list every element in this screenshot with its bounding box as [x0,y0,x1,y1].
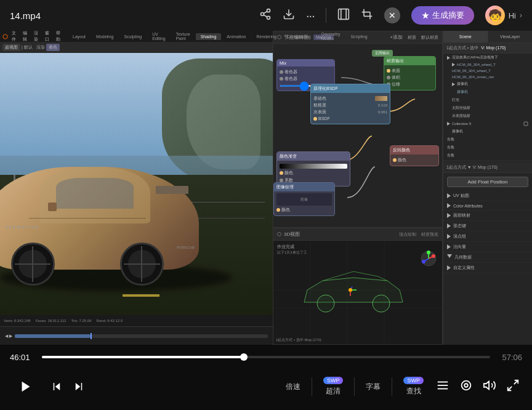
viewport-gizmo[interactable] [420,250,437,267]
status-faces: Faces: 18,011,112 [36,319,66,323]
node-material-btn[interactable]: 材质 [408,34,416,41]
svg-point-25 [432,254,435,258]
prop-custom-label: 自定义属性 [453,265,475,271]
generate-summary-button[interactable]: 生成摘要 [411,6,474,25]
image-preview[interactable]: 图像 [276,193,332,206]
skip-next-button[interactable] [68,376,90,398]
top-bar-icons: ··· ✕ 生成摘要 🧒 Hi › [259,6,522,25]
node-invert[interactable]: 反转颜色 颜色 [390,145,439,166]
prop-uv[interactable]: UV 贴图 [443,191,532,201]
scene-item-10[interactable]: 摄像机 [448,127,532,135]
tab-layout[interactable]: Layout [68,33,91,40]
prop-vertex-groups[interactable]: 顶点组 [443,231,532,242]
image-tex-title: 图像纹理 [274,183,334,191]
volume-icon[interactable] [483,379,496,395]
hd-button[interactable]: SWP 超清 [317,374,350,399]
prop-normals[interactable]: 法向量 [443,242,532,252]
prop-face-maps[interactable]: 面部映射 [443,211,532,221]
tab-shading[interactable]: Shading [196,33,222,40]
scene-item-7[interactable]: 太阳光辐射 [448,104,532,112]
node-graph[interactable]: Mix 着色器 着色器 材质输出 表面 体积 位移 [273,44,442,227]
speed-button[interactable]: 倍速 [280,379,307,395]
tab-rendering[interactable]: Rendering [251,33,281,40]
menu-file[interactable]: 文件 [9,30,19,43]
status-rend: Rend: 6:42:12.0 [97,319,123,323]
scene-item-0[interactable]: 渲染效果(CAR4s渲染视角下 [443,54,532,62]
scene-item-9[interactable]: Collection 5 [443,120,532,127]
download-icon[interactable] [283,8,295,23]
clip-icon[interactable] [337,8,350,23]
tab-scene[interactable]: Scene [443,31,488,42]
add-float-position-button[interactable]: Add Float Position [447,177,528,187]
chevron-down-icon: › [520,11,522,20]
danmu-icon[interactable] [459,379,473,395]
toolbar-shading[interactable]: 着色 [46,44,60,51]
tab-view-layer[interactable]: ViewLayer [488,31,533,42]
tab-texture[interactable]: Texture Paint [171,31,195,42]
menu-help[interactable]: 帮助 [53,30,63,43]
time-total: 57:06 [498,353,522,362]
viewport-icon: ⬡ [277,231,281,237]
tab-modeling[interactable]: Modeling [91,33,118,40]
vermotion-label: VERMOTION [6,225,39,229]
scene-item-8[interactable]: 水表面辐射 [448,112,532,120]
timeline-bar[interactable] [15,334,268,338]
collection-icon [523,121,528,126]
more-icon[interactable]: ··· [306,9,315,23]
search-button[interactable]: SWP 查找 [397,374,430,399]
tab-geo-nodes[interactable]: Geometry Nodes [316,31,345,42]
scene-item-5[interactable]: 摄像机 [453,88,532,96]
skip-prev-button[interactable] [46,376,68,398]
scene-item-3[interactable]: HCM_06_304_ximen_ren [448,74,532,80]
viewport-mode: 顶点绘制 [399,231,416,238]
scene-item-4[interactable]: 摄像机 [448,80,532,88]
time-current: 46:01 [10,353,34,362]
3d-viewport[interactable]: PORSCHE VERMOTION [0,53,273,324]
prop-shape-keys[interactable]: 形态键 [443,221,532,231]
tab-compositing[interactable]: Compositing [282,33,316,40]
color-ramp-title: 颜色渐变 [277,152,350,161]
share-icon[interactable] [259,8,272,23]
progress-dot[interactable] [240,353,248,361]
node-bsdf[interactable]: 原理化BSDF 基础色 粗糙度0.119 次表面0.061 BSDF [310,84,390,124]
invert-title: 反转颜色 [390,146,438,155]
progress-bar[interactable] [42,356,490,358]
scene-item-1[interactable]: HCM_06_304_wheel_T [448,62,532,68]
scene-item-2[interactable]: HCM_06_304_wheel_T [448,68,532,74]
node-image-tex[interactable]: 图像纹理 图像 颜色 [273,182,335,216]
playlist-icon[interactable] [436,379,449,395]
scene-item-13[interactable]: 合集 [443,151,532,159]
node-color-ramp[interactable]: 颜色渐变 颜色 系数 [276,151,350,187]
blender-toolbar: 超视图 | 默认 渲染 着色 [0,42,273,53]
fullscreen-icon[interactable] [506,379,520,395]
feature-divider-2 [354,377,355,396]
avatar-area[interactable]: 🧒 Hi › [485,6,522,25]
subtitle-button[interactable]: 字幕 [360,379,387,395]
tab-sculpting[interactable]: Sculpting [119,33,147,40]
scene-item-11[interactable]: 合集 [443,135,532,143]
node-material-name: 默认材质 [421,34,438,41]
menu-render[interactable]: 渲染 [31,30,41,43]
crop-icon[interactable] [361,8,373,23]
prop-geo-data[interactable]: 几何数据 [443,252,532,263]
toolbar-view[interactable]: 超视图 [2,44,20,51]
node-material-output[interactable]: 材质输出 表面 体积 位移 [384,56,436,90]
prop-custom[interactable]: 自定义属性 [443,263,532,273]
svg-line-4 [264,11,267,13]
menu-window[interactable]: 窗口 [42,30,52,43]
svg-marker-32 [76,383,81,390]
tab-animation[interactable]: Animation [222,33,251,40]
prop-color-attr[interactable]: Color Attributes [443,201,532,211]
viewport-3d-bottom[interactable]: ⬡ 3D视图 顶点绘制 材质预览 作业完成 以下1天3单位了工 [273,228,443,345]
3d-content[interactable]: 作业完成 以下1天3单位了工 [273,241,442,344]
scene-item-6[interactable]: 灯光 [448,96,532,104]
node-editor[interactable]: ⬡ 节点编辑器 Material +添加 材质 默认材质 [273,31,443,228]
scene-panel: Scene ViewLayer 1起点方式 • 选中 V: Mop (170) … [443,31,532,345]
tab-uv[interactable]: UV Editing [147,31,170,42]
play-button[interactable] [12,373,39,400]
tab-scripting[interactable]: Scripting [345,33,372,40]
menu-edit[interactable]: 编辑 [20,30,30,43]
scene-item-12[interactable]: 合集 [443,143,532,151]
node-add-btn[interactable]: +添加 [390,34,403,41]
close-button[interactable]: ✕ [384,7,400,23]
